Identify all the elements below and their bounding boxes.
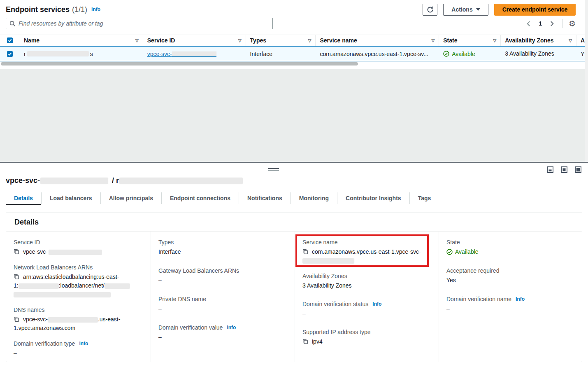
panel-layout-controls [547, 166, 581, 173]
field-private-dns-name: Private DNS name – [158, 296, 287, 313]
tab-tags[interactable]: Tags [410, 192, 439, 204]
tab-notifications[interactable]: Notifications [239, 192, 291, 204]
tab-endpoint-connections[interactable]: Endpoint connections [162, 192, 239, 204]
copy-icon[interactable] [302, 339, 308, 344]
header-actions: Actions Create endpoint service [423, 4, 576, 16]
endpoint-services-table: Name ▽ Service ID ▽ Types ▽ Service name… [0, 35, 585, 61]
tab-allow-principals[interactable]: Allow principals [101, 192, 162, 204]
field-glb-arns: Gateway Load Balancers ARNs – [158, 267, 287, 285]
field-dns-names: DNS names vpce-svc-.us-east- 1.vpce.amaz… [14, 307, 143, 332]
availability-zones-popover[interactable]: 3 Availability Zones [302, 282, 352, 289]
panel-size-small-button[interactable] [547, 166, 553, 173]
table-header-row: Name ▽ Service ID ▽ Types ▽ Service name… [0, 35, 585, 46]
row-checkbox[interactable] [7, 51, 13, 57]
horizontal-scrollbar-thumb[interactable] [1, 62, 358, 66]
info-link[interactable]: Info [79, 341, 88, 346]
column-header-types[interactable]: Types ▽ [246, 35, 316, 46]
next-page-button[interactable] [548, 19, 557, 28]
status-available-icon [443, 51, 449, 57]
actions-button[interactable]: Actions [443, 4, 488, 16]
tab-monitoring[interactable]: Monitoring [291, 192, 337, 204]
page-number[interactable]: 1 [537, 20, 544, 27]
column-header-service-name[interactable]: Service name ▽ [316, 35, 439, 46]
field-domain-verification-status: Domain verification statusInfo – [302, 301, 431, 318]
preferences-gear-icon[interactable]: ⚙ [569, 20, 576, 28]
redacted-text [14, 292, 111, 297]
endpoint-services-list-pane: Endpoint services (1/1) Info Actions Cre… [0, 0, 588, 162]
details-column-1: Service ID vpce-svc- Network Load Balanc… [6, 232, 151, 362]
panel-size-medium-button[interactable] [561, 166, 567, 173]
pagination-divider [562, 19, 563, 28]
table-row[interactable]: rs vpce-svc- Interface com.amazonaws.vpc… [0, 46, 585, 61]
availability-zones-popover[interactable]: 3 Availability Zones [505, 50, 554, 57]
details-column-3: Service name com.amazonaws.vpce.us-east-… [295, 232, 439, 362]
filter-icon: ▽ [238, 38, 242, 43]
details-card-body: Service ID vpce-svc- Network Load Balanc… [6, 232, 582, 362]
chevron-down-icon [476, 8, 480, 11]
filter-icon: ▽ [569, 38, 572, 43]
select-all-cell [0, 35, 20, 46]
column-header-availability-zones[interactable]: Availability Zones ▽ [501, 35, 576, 46]
tab-contributor-insights[interactable]: Contributor Insights [337, 192, 410, 204]
info-link[interactable]: Info [372, 301, 381, 307]
search-input[interactable] [19, 20, 269, 27]
tab-details[interactable]: Details [6, 192, 42, 204]
resource-count: (1/1) [72, 5, 87, 14]
cell-availability-zones: 3 Availability Zones [501, 47, 576, 61]
redacted-text [119, 178, 243, 184]
refresh-button[interactable] [423, 4, 437, 16]
status-available-icon [446, 249, 453, 255]
pagination: 1 ⚙ [524, 19, 576, 28]
field-service-id: Service ID vpce-svc- [14, 239, 143, 256]
field-availability-zones: Availability Zones 3 Availability Zones [302, 273, 431, 290]
redacted-text [172, 51, 216, 57]
copy-icon[interactable] [302, 249, 308, 255]
empty-background [0, 69, 588, 162]
field-types: Types Interface [158, 239, 287, 256]
column-header-acceptance[interactable]: A [576, 35, 585, 46]
row-select-cell [0, 47, 20, 61]
status-badge: Available [443, 51, 475, 57]
column-header-service-id[interactable]: Service ID ▽ [143, 35, 246, 46]
details-card-title: Details [6, 213, 582, 232]
info-link[interactable]: Info [227, 325, 236, 330]
chevron-right-icon [550, 21, 554, 26]
field-supported-ip-address-type: Supported IP address type ipv4 [302, 329, 431, 346]
redacted-text [49, 250, 102, 255]
filter-icon: ▽ [493, 38, 496, 43]
panel-size-large-button[interactable] [575, 166, 581, 173]
copy-icon[interactable] [14, 249, 19, 255]
field-domain-verification-name: Domain verification nameInfo – [446, 296, 574, 313]
resource-search[interactable] [6, 18, 273, 29]
column-header-name[interactable]: Name ▽ [20, 35, 143, 46]
refresh-icon [427, 6, 434, 13]
create-endpoint-service-button[interactable]: Create endpoint service [494, 4, 576, 16]
copy-icon[interactable] [14, 274, 19, 280]
panel-resize-handle[interactable] [268, 168, 279, 171]
cell-name: rs [20, 47, 143, 61]
tab-load-balancers[interactable]: Load balancers [42, 192, 101, 204]
field-acceptance-required: Acceptance required Yes [446, 267, 574, 285]
vertical-scrollbar[interactable] [585, 0, 588, 162]
filter-icon: ▽ [135, 38, 139, 43]
info-link[interactable]: Info [516, 296, 525, 302]
field-nlb-arns: Network Load Balancers ARNs arn:aws:elas… [14, 264, 143, 299]
filter-icon: ▽ [308, 38, 311, 43]
cell-acceptance: Y [576, 47, 585, 61]
redacted-text [40, 178, 108, 184]
search-icon [9, 21, 16, 27]
previous-page-button[interactable] [524, 19, 533, 28]
service-id-link[interactable]: vpce-svc- [147, 51, 216, 57]
details-card: Details Service ID vpce-svc- Network Loa… [6, 213, 582, 362]
details-column-4: State Available Acceptance required Yes [439, 232, 582, 362]
select-all-checkbox[interactable] [7, 37, 13, 43]
header-info-link[interactable]: Info [91, 7, 100, 12]
column-header-state[interactable]: State ▽ [439, 35, 501, 46]
checkmark-icon [8, 38, 12, 42]
checkmark-icon [8, 52, 12, 56]
redacted-text [302, 258, 354, 264]
redacted-text [19, 283, 59, 289]
cell-types: Interface [246, 47, 316, 61]
copy-icon[interactable] [14, 316, 19, 322]
filter-icon: ▽ [432, 38, 435, 43]
